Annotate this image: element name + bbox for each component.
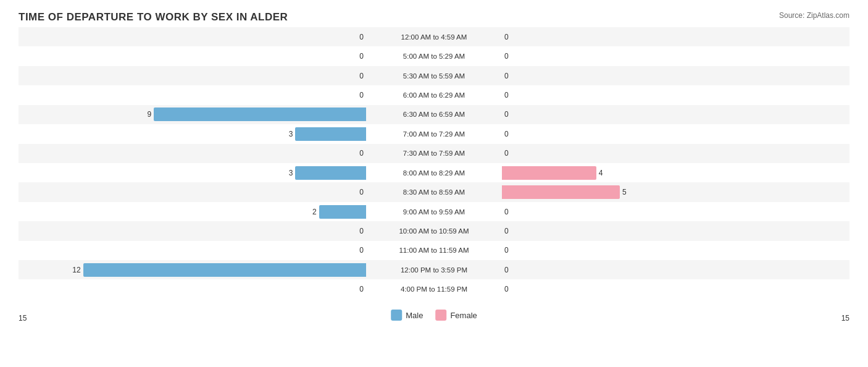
male-value: 12 bbox=[72, 266, 80, 274]
time-label: 12:00 PM to 3:59 PM bbox=[401, 266, 467, 274]
chart-row: 9 6:30 AM to 6:59 AM 0 bbox=[19, 105, 849, 124]
female-value: 0 bbox=[504, 208, 509, 216]
chart-row: 0 10:00 AM to 10:59 AM 0 bbox=[19, 221, 849, 240]
row-inner: 0 7:30 AM to 7:59 AM 0 bbox=[19, 144, 849, 163]
chart-row: 3 7:00 AM to 7:29 AM 0 bbox=[19, 124, 849, 143]
row-inner: 3 7:00 AM to 7:29 AM 0 bbox=[19, 124, 849, 143]
axis-right-val: 15 bbox=[841, 314, 849, 323]
center-label: 6:30 AM to 6:59 AM bbox=[372, 105, 496, 124]
time-label: 6:00 AM to 6:29 AM bbox=[403, 91, 465, 99]
time-label: 5:30 AM to 5:59 AM bbox=[403, 72, 465, 80]
female-value: 0 bbox=[504, 227, 509, 235]
female-value: 0 bbox=[504, 285, 509, 293]
time-label: 11:00 AM to 11:59 AM bbox=[399, 247, 469, 254]
male-value: 3 bbox=[289, 130, 293, 138]
bar-male: 9 bbox=[154, 108, 366, 121]
time-label: 8:30 AM to 8:59 AM bbox=[403, 188, 465, 196]
row-inner: 0 4:00 PM to 11:59 PM 0 bbox=[19, 279, 849, 298]
male-value: 0 bbox=[359, 149, 364, 158]
time-label: 5:00 AM to 5:29 AM bbox=[403, 53, 465, 60]
bar-female: 5 bbox=[502, 185, 620, 199]
bar-male: 12 bbox=[83, 263, 366, 277]
female-value: 0 bbox=[504, 52, 509, 61]
time-label: 12:00 AM to 4:59 AM bbox=[401, 33, 467, 41]
row-inner: 9 6:30 AM to 6:59 AM 0 bbox=[19, 105, 849, 124]
center-label: 10:00 AM to 10:59 AM bbox=[372, 221, 496, 240]
center-label: 12:00 PM to 3:59 PM bbox=[372, 260, 496, 279]
chart-row: 0 5:30 AM to 5:59 AM 0 bbox=[19, 66, 849, 85]
male-value: 2 bbox=[312, 208, 317, 216]
chart-row: 0 6:00 AM to 6:29 AM 0 bbox=[19, 85, 849, 104]
female-value: 0 bbox=[504, 110, 509, 119]
row-inner: 0 11:00 AM to 11:59 AM 0 bbox=[19, 241, 849, 260]
center-label: 4:00 PM to 11:59 PM bbox=[372, 279, 496, 298]
chart-row: 0 11:00 AM to 11:59 AM 0 bbox=[19, 241, 849, 260]
male-value: 0 bbox=[359, 227, 364, 235]
female-value: 5 bbox=[622, 188, 627, 196]
row-inner: 0 10:00 AM to 10:59 AM 0 bbox=[19, 221, 849, 240]
chart-area: 0 12:00 AM to 4:59 AM 0 0 bbox=[19, 27, 849, 324]
chart-row: 0 8:30 AM to 8:59 AM 5 bbox=[19, 182, 849, 201]
row-inner: 0 8:30 AM to 8:59 AM 5 bbox=[19, 182, 849, 201]
male-value: 0 bbox=[359, 91, 364, 99]
male-value: 0 bbox=[359, 188, 364, 196]
bar-male: 2 bbox=[319, 205, 366, 219]
time-label: 10:00 AM to 10:59 AM bbox=[399, 227, 469, 235]
male-value: 9 bbox=[148, 110, 152, 119]
female-value: 0 bbox=[504, 149, 509, 158]
chart-container: TIME OF DEPARTURE TO WORK BY SEX IN ALDE… bbox=[0, 0, 868, 367]
source-label: Source: ZipAtlas.com bbox=[779, 11, 849, 20]
chart-row: 0 4:00 PM to 11:59 PM 0 bbox=[19, 279, 849, 298]
row-inner: 0 6:00 AM to 6:29 AM 0 bbox=[19, 85, 849, 104]
center-label: 8:30 AM to 8:59 AM bbox=[372, 182, 496, 201]
legend: Male Female bbox=[391, 310, 477, 321]
legend-female-label: Female bbox=[450, 311, 477, 320]
bar-female: 4 bbox=[502, 166, 596, 180]
legend-male-label: Male bbox=[406, 311, 423, 320]
time-label: 8:00 AM to 8:29 AM bbox=[403, 169, 465, 177]
center-label: 12:00 AM to 4:59 AM bbox=[372, 27, 496, 46]
time-label: 9:00 AM to 9:59 AM bbox=[403, 208, 465, 216]
time-label: 7:00 AM to 7:29 AM bbox=[403, 130, 465, 138]
bar-male: 3 bbox=[295, 166, 366, 180]
male-value: 0 bbox=[359, 52, 364, 61]
axis-left-val: 15 bbox=[19, 314, 27, 323]
male-value: 0 bbox=[359, 72, 364, 80]
female-value: 0 bbox=[504, 91, 509, 99]
time-label: 7:30 AM to 7:59 AM bbox=[403, 150, 465, 157]
legend-male-swatch bbox=[391, 310, 402, 321]
legend-female-swatch bbox=[435, 310, 446, 321]
chart-row: 2 9:00 AM to 9:59 AM 0 bbox=[19, 202, 849, 221]
row-inner: 0 5:00 AM to 5:29 AM 0 bbox=[19, 46, 849, 65]
center-label: 9:00 AM to 9:59 AM bbox=[372, 202, 496, 221]
center-label: 6:00 AM to 6:29 AM bbox=[372, 85, 496, 104]
row-inner: 0 5:30 AM to 5:59 AM 0 bbox=[19, 66, 849, 85]
male-value: 0 bbox=[359, 33, 364, 41]
time-label: 4:00 PM to 11:59 PM bbox=[401, 285, 467, 293]
female-value: 0 bbox=[504, 72, 509, 80]
male-value: 0 bbox=[359, 285, 364, 293]
center-label: 5:30 AM to 5:59 AM bbox=[372, 66, 496, 85]
legend-female: Female bbox=[435, 310, 477, 321]
center-label: 11:00 AM to 11:59 AM bbox=[372, 241, 496, 260]
female-value: 0 bbox=[504, 33, 509, 41]
center-label: 7:30 AM to 7:59 AM bbox=[372, 144, 496, 163]
center-label: 8:00 AM to 8:29 AM bbox=[372, 163, 496, 182]
chart-row: 0 12:00 AM to 4:59 AM 0 bbox=[19, 27, 849, 46]
row-inner: 0 12:00 AM to 4:59 AM 0 bbox=[19, 27, 849, 46]
male-value: 0 bbox=[359, 246, 364, 255]
center-label: 5:00 AM to 5:29 AM bbox=[372, 46, 496, 65]
rows-container: 0 12:00 AM to 4:59 AM 0 0 bbox=[19, 27, 849, 299]
legend-male: Male bbox=[391, 310, 423, 321]
female-value: 0 bbox=[504, 266, 509, 274]
row-inner: 3 8:00 AM to 8:29 AM 4 bbox=[19, 163, 849, 182]
chart-row: 3 8:00 AM to 8:29 AM 4 bbox=[19, 163, 849, 182]
female-value: 0 bbox=[504, 130, 509, 138]
male-value: 3 bbox=[289, 169, 293, 177]
row-inner: 12 12:00 PM to 3:59 PM 0 bbox=[19, 260, 849, 279]
chart-row: 0 5:00 AM to 5:29 AM 0 bbox=[19, 46, 849, 65]
female-value: 0 bbox=[504, 246, 509, 255]
axis-bottom: 15 Male Female 15 bbox=[19, 299, 849, 324]
row-inner: 2 9:00 AM to 9:59 AM 0 bbox=[19, 202, 849, 221]
chart-title: TIME OF DEPARTURE TO WORK BY SEX IN ALDE… bbox=[19, 11, 849, 23]
